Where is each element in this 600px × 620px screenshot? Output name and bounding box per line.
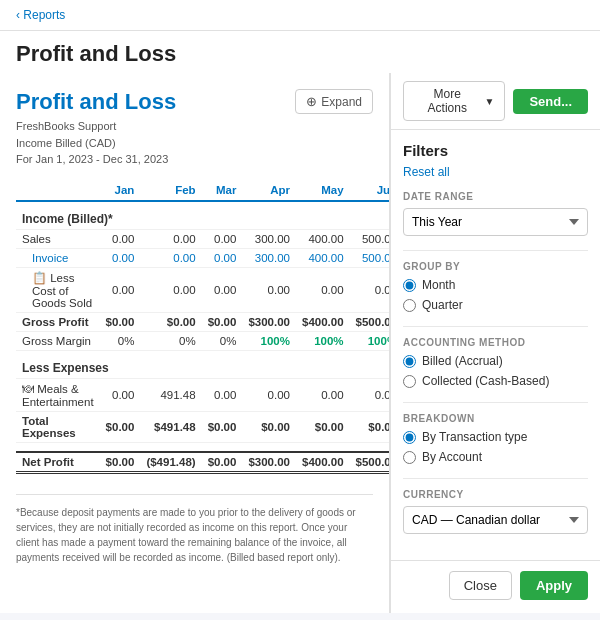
net-profit-row: Net Profit $0.00 ($491.48) $0.00 $300.00…: [16, 452, 390, 473]
footnote: *Because deposit payments are made to yo…: [16, 494, 373, 565]
gross-margin-row: Gross Margin 0%0% 0% 100% 100% 100% 100%: [16, 331, 390, 350]
date-range-label: DATE RANGE: [403, 191, 588, 202]
filter-group-group-by: Group By Month Quarter: [403, 261, 588, 312]
col-header-apr: Apr: [242, 180, 296, 201]
group-by-quarter-option[interactable]: Quarter: [403, 298, 588, 312]
currency-label: Currency: [403, 489, 588, 500]
billed-accrual-radio[interactable]: [403, 355, 416, 368]
col-header-label: [16, 180, 100, 201]
group-by-month-option[interactable]: Month: [403, 278, 588, 292]
reset-all-link[interactable]: Reset all: [403, 165, 588, 179]
filters-body: Filters Reset all DATE RANGE This Year L…: [391, 130, 600, 560]
table-row: 📋 Less Cost of Goods Sold 0.000.00 0.000…: [16, 267, 390, 312]
group-by-label: Group By: [403, 261, 588, 272]
by-transaction-radio[interactable]: [403, 431, 416, 444]
breakdown-label: Breakdown: [403, 413, 588, 424]
row-label: Invoice: [16, 248, 100, 267]
filter-actions: Close Apply: [391, 560, 600, 610]
filters-panel: More Actions ▼ Send... Filters Reset all…: [390, 73, 600, 613]
filter-divider-2: [403, 326, 588, 327]
expenses-header: Less Expenses: [16, 350, 390, 378]
row-label: 🍽 Meals & Entertainment: [16, 378, 100, 411]
expand-button[interactable]: Expand: [295, 89, 373, 114]
group-by-options: Month Quarter: [403, 278, 588, 312]
accounting-method-label: Accounting Method: [403, 337, 588, 348]
report-header: Profit and Loss FreshBooks Support Incom…: [16, 89, 373, 168]
actions-bar: More Actions ▼ Send...: [391, 73, 600, 130]
by-account-option[interactable]: By Account: [403, 450, 588, 464]
main-content: Profit and Loss FreshBooks Support Incom…: [0, 73, 390, 613]
net-profit-label: Net Profit: [16, 452, 100, 473]
report-title: Profit and Loss: [16, 89, 176, 115]
more-actions-button[interactable]: More Actions ▼: [403, 81, 505, 121]
group-by-quarter-radio[interactable]: [403, 299, 416, 312]
billed-accrual-label: Billed (Accrual): [422, 354, 503, 368]
by-account-radio[interactable]: [403, 451, 416, 464]
by-transaction-label: By Transaction type: [422, 430, 527, 444]
col-header-feb: Feb: [140, 180, 201, 201]
total-expenses-row: Total Expenses $0.00$491.48 $0.00$0.00 $…: [16, 411, 390, 442]
breakdown-options: By Transaction type By Account: [403, 430, 588, 464]
by-transaction-option[interactable]: By Transaction type: [403, 430, 588, 444]
table-row: Invoice 0.00 0.00 0.00 300.00 400.00 500…: [16, 248, 390, 267]
income-header: Income (Billed)*: [16, 201, 390, 230]
filters-title: Filters: [403, 142, 588, 159]
col-header-may: May: [296, 180, 350, 201]
filter-divider-3: [403, 402, 588, 403]
currency-select[interactable]: CAD — Canadian dollar USD — US dollar EU…: [403, 506, 588, 534]
collected-cash-label: Collected (Cash-Based): [422, 374, 549, 388]
gross-profit-label: Gross Profit: [16, 312, 100, 331]
cogs-icon: 📋: [32, 271, 47, 285]
accounting-method-options: Billed (Accrual) Collected (Cash-Based): [403, 354, 588, 388]
report-subtitle: FreshBooks Support Income Billed (CAD) F…: [16, 118, 176, 168]
filter-divider-4: [403, 478, 588, 479]
collected-cash-option[interactable]: Collected (Cash-Based): [403, 374, 588, 388]
page-title: Profit and Loss: [0, 31, 600, 73]
billed-accrual-option[interactable]: Billed (Accrual): [403, 354, 588, 368]
group-by-month-radio[interactable]: [403, 279, 416, 292]
meals-icon: 🍽: [22, 382, 34, 396]
row-label: 📋 Less Cost of Goods Sold: [16, 267, 100, 312]
close-button[interactable]: Close: [449, 571, 512, 600]
more-actions-label: More Actions: [414, 87, 480, 115]
filter-group-date-range: DATE RANGE This Year Last Year This Mont…: [403, 191, 588, 236]
col-header-mar: Mar: [202, 180, 243, 201]
apply-button[interactable]: Apply: [520, 571, 588, 600]
chevron-down-icon: ▼: [484, 96, 494, 107]
col-header-jan: Jan: [100, 180, 141, 201]
section-expenses: Less Expenses: [16, 350, 390, 378]
filter-group-breakdown: Breakdown By Transaction type By Account: [403, 413, 588, 464]
report-table: Jan Feb Mar Apr May Jun Jul Income (Bill…: [16, 180, 390, 474]
table-row: Sales 0.000.00 0.00300.00 400.00500.00 4…: [16, 229, 390, 248]
breadcrumb[interactable]: Reports: [16, 8, 65, 22]
gross-margin-label: Gross Margin: [16, 331, 100, 350]
group-by-quarter-label: Quarter: [422, 298, 463, 312]
col-header-jun: Jun: [350, 180, 390, 201]
row-label: Sales: [16, 229, 100, 248]
filter-divider-1: [403, 250, 588, 251]
total-expenses-label: Total Expenses: [16, 411, 100, 442]
filter-group-currency: Currency CAD — Canadian dollar USD — US …: [403, 489, 588, 534]
by-account-label: By Account: [422, 450, 482, 464]
group-by-month-label: Month: [422, 278, 455, 292]
table-row: 🍽 Meals & Entertainment 0.00491.48 0.000…: [16, 378, 390, 411]
gross-profit-row: Gross Profit $0.00$0.00 $0.00$300.00 $40…: [16, 312, 390, 331]
collected-cash-radio[interactable]: [403, 375, 416, 388]
send-button[interactable]: Send...: [513, 89, 588, 114]
section-income: Income (Billed)*: [16, 201, 390, 230]
spacer-row: [16, 442, 390, 452]
date-range-select[interactable]: This Year Last Year This Month Last Mont…: [403, 208, 588, 236]
filter-group-accounting: Accounting Method Billed (Accrual) Colle…: [403, 337, 588, 388]
